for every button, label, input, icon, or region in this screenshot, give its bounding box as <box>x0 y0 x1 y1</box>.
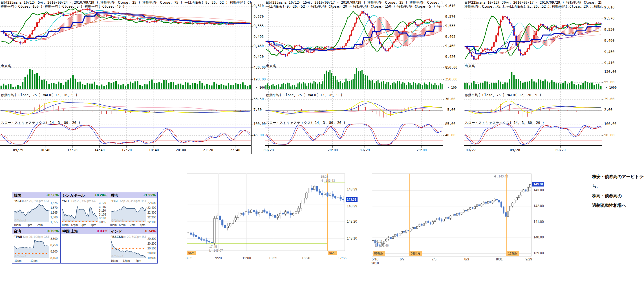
bond-price-label: 143.10 <box>347 236 357 240</box>
bond-x-axis-label: 5/10 <box>368 257 382 261</box>
jgb-intraday-chart[interactable] <box>187 174 346 252</box>
price-axis-label: 9,495 <box>253 35 264 39</box>
price-axis-label: 9,610 <box>253 4 264 8</box>
yahoo-watermark: © Yahoo! <box>63 219 74 222</box>
ticker-symbol: ^TWII <box>14 235 22 238</box>
multiplier-box: × 100 <box>444 85 460 90</box>
bond-price-label: 140.00 <box>533 235 544 239</box>
bond-price-label: 142.00 <box>533 204 544 208</box>
price-axis-label: 9,450 <box>604 50 614 54</box>
market-panel-中国 上海[interactable]: 中国 上海-0.03% <box>60 228 109 264</box>
market-panel-header: インド-0.74% <box>109 228 157 234</box>
mini-x-axis-label: 12pm <box>116 223 128 227</box>
bond-x-axis-label: 8/31 <box>493 257 506 261</box>
market-change-badge: -0.03% <box>96 229 107 233</box>
x-axis-label: 09/28 <box>506 148 523 152</box>
mini-y-axis-label: 8,250 <box>50 244 58 247</box>
volume-pane-label: 出来高 <box>1 64 11 69</box>
market-panel-^BSESN[interactable]: インド-0.74%^BSESNSep 29, 3:30pm IST20,3002… <box>109 228 158 264</box>
nikkei225mini-30min-chart-plot-surface[interactable] <box>464 0 620 158</box>
market-change-badge: +1.22% <box>143 193 156 197</box>
volume-bars <box>464 72 602 89</box>
stoch-axis-label: 85.00 <box>445 122 455 126</box>
market-panel-^STI[interactable]: シンガポール+0.28%^STISep 29, 4:59pm SGT3,1203… <box>60 192 109 228</box>
bond-x-axis-label: 8/3 <box>460 257 473 261</box>
timestamp: Sep 29, 1:25pm CST <box>22 235 49 238</box>
price-axis-label: 9,535 <box>253 24 264 28</box>
volume-axis-label: 130.00 <box>604 70 616 74</box>
market-panel-header: 台湾+0.63% <box>12 228 60 234</box>
mini-y-axis-label: 22,300 <box>147 211 156 214</box>
mini-y-axis-label: 1,860 <box>50 216 58 219</box>
volume-axis-label: 430.00 <box>253 65 266 69</box>
price-axis-label: 9,610 <box>604 5 614 9</box>
session-date-box: 9/29 <box>328 251 337 255</box>
mini-y-axis-label: 1,865 <box>50 211 58 214</box>
price-axis-label: 9,610 <box>445 4 455 8</box>
multiplier-box: × 1000 <box>603 85 619 90</box>
x-axis-label: 09/29 <box>356 148 373 152</box>
market-panel-^KS11[interactable]: 韓国+0.56%^KS11Sep 29, 3:00pm KST1,8751,87… <box>12 192 61 228</box>
nikkei225mini-15min-chart-plot-surface[interactable] <box>265 0 461 158</box>
bond-x-axis-label: 6/7 <box>395 257 409 261</box>
yahoo-watermark: © Yahoo! <box>14 255 26 258</box>
jgb-daily-chart[interactable] <box>372 174 532 257</box>
mini-y-axis-label: 8,300 <box>50 237 58 240</box>
ticker-symbol: ^KS11 <box>14 199 23 203</box>
stoch-axis-label: 100.00 <box>604 122 616 126</box>
stoch-pane-label: スロー・ストキャスティクス( 14, 3, 80, 20 ) <box>266 120 345 125</box>
mini-y-axis-label: 20,100 <box>147 247 156 250</box>
market-panel-header: 韓国+0.56% <box>12 192 60 198</box>
x-axis-label: 09/29 <box>552 148 569 152</box>
mini-y-axis-label: 1,875 <box>50 201 58 205</box>
market-name: 台湾 <box>14 229 21 234</box>
timestamp: Sep 29, 3:00pm KST <box>22 199 49 203</box>
year-label: 2010 <box>368 261 382 265</box>
mini-y-axis-label: 20,200 <box>147 242 156 245</box>
volume-pane-label: 出来高 <box>266 64 276 69</box>
volume-bars <box>1 69 251 89</box>
market-panel-header: シンガポール+0.28% <box>61 192 109 198</box>
mini-y-axis-label: 1,855 <box>50 221 58 224</box>
x-axis-label: 20:00 <box>324 148 341 152</box>
bond-price-label: 143.39 <box>347 187 357 191</box>
market-panel-^TWII[interactable]: 台湾+0.63%^TWIISep 29, 1:25pm CST8,3008,25… <box>12 228 61 264</box>
high-time-annotation: 15:25 <box>321 175 328 178</box>
mini-y-axis-label: 22,200 <box>147 216 156 219</box>
mini-y-axis-label: 3,105 <box>99 213 106 216</box>
x-axis-label: 14:40 <box>91 148 108 152</box>
mini-y-axis-label: 8,200 <box>50 250 58 253</box>
nikkei225mini-5min-chart-plot-surface[interactable] <box>0 0 269 158</box>
mini-x-axis-label: 2pm <box>127 223 138 227</box>
low-value-annotation: L : 143.07 <box>209 249 223 252</box>
price-axis-label: 9,530 <box>604 28 614 32</box>
mini-y-axis-label: 3,115 <box>99 205 106 209</box>
market-name: 韓国 <box>14 193 21 198</box>
bond-x-axis-label: 16:20 <box>299 256 313 260</box>
high-value-annotation: H : 143.43 <box>494 175 508 178</box>
mini-y-axis-label: 8,150 <box>50 256 58 260</box>
market-commentary-line: 過剰流動性相場へ <box>592 203 644 208</box>
mini-y-axis-label: 3,095 <box>99 221 106 224</box>
macd-pane-label: 移動平均( Close, 75 ) MACD( 12, 26, 9 ) <box>465 93 541 98</box>
mini-x-axis-label: 10am <box>12 223 23 227</box>
stoch-axis-label: 45.00 <box>253 133 264 137</box>
price-axis-label: 9,570 <box>253 15 264 19</box>
bond-x-axis-label: 12:00 <box>239 256 254 260</box>
price-axis-label: 9,495 <box>445 35 455 39</box>
low-time-annotation: 17:45 <box>209 245 217 248</box>
bond-x-axis-label: 8:35 <box>182 256 196 260</box>
mini-y-axis-label: 3,120 <box>99 201 106 205</box>
market-name: 香港 <box>111 193 118 198</box>
session-date-box: 9/28 <box>187 251 196 255</box>
contract-month-box: 06限月 <box>373 251 385 256</box>
mini-x-axis-label: 10am <box>109 259 120 262</box>
market-panel-^HSI[interactable]: 香港+1.22%^HSISep 29, 4:00pm HKT22,50022,4… <box>109 192 158 228</box>
market-change-badge: +0.63% <box>46 229 59 233</box>
mini-y-axis-label: 20,000 <box>147 252 156 255</box>
market-name: シンガポール <box>62 193 85 198</box>
x-axis-label: 13:20 <box>64 148 81 152</box>
price-axis-label: 9,570 <box>604 16 614 20</box>
mini-y-axis-label: 22,100 <box>147 221 156 224</box>
trading-dashboard: 日経225mini 10/12( 5分, 2010/09/24 - 2010/0… <box>0 0 644 294</box>
